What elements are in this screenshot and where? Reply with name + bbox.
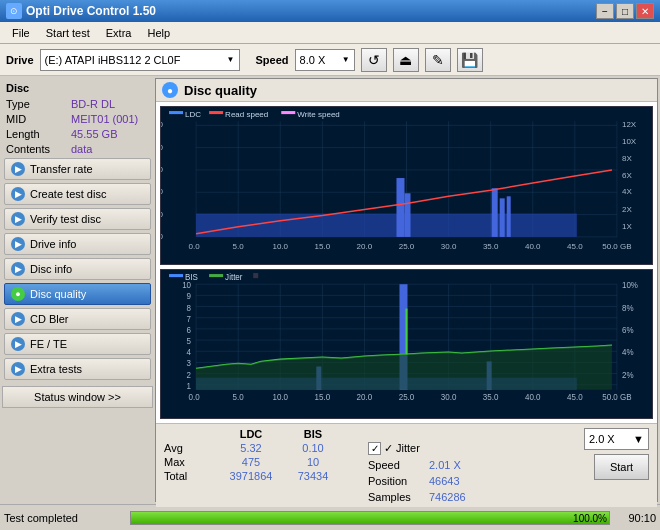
status-window-button[interactable]: Status window >> xyxy=(2,386,153,408)
bis-x-5: 5.0 xyxy=(233,393,245,402)
save-button[interactable]: 💾 xyxy=(457,48,483,72)
speed-stat-val: 2.01 X xyxy=(429,459,461,471)
y-left-5: 5 xyxy=(187,337,192,346)
transfer-rate-icon: ▶ xyxy=(11,162,25,176)
disc-length-key: Length xyxy=(6,128,71,140)
bis-x-10: 10.0 xyxy=(272,393,288,402)
samples-val: 746286 xyxy=(429,491,466,503)
stats-table: LDC BIS Avg 5.32 0.10 Max 475 10 Total 3… xyxy=(164,428,338,482)
position-row: Position 46643 xyxy=(368,475,466,487)
samples-label: Samples xyxy=(368,491,423,503)
disc-length-val: 45.55 GB xyxy=(71,128,117,140)
extra-tests-icon: ▶ xyxy=(11,362,25,376)
total-ldc: 3971864 xyxy=(226,470,276,482)
content-header-title: Disc quality xyxy=(184,83,257,98)
ldc-header: LDC xyxy=(226,428,276,440)
y-right-4pct: 4% xyxy=(622,349,634,358)
total-bis: 73434 xyxy=(288,470,338,482)
y-right-label-4x: 4X xyxy=(622,187,632,196)
disc-quality-icon: ● xyxy=(11,287,25,301)
bis-x-35: 35.0 xyxy=(483,393,499,402)
disc-mid-key: MID xyxy=(6,113,71,125)
y-right-label-8x: 8X xyxy=(622,154,632,163)
bis-x-50: 50.0 GB xyxy=(602,393,631,402)
sidebar-item-drive-info[interactable]: ▶ Drive info xyxy=(4,233,151,255)
transfer-rate-label: Transfer rate xyxy=(30,163,93,175)
content-header: ● Disc quality xyxy=(156,79,657,102)
ldc-chart: LDC Read speed Write speed 12X 10X 8X 6X… xyxy=(160,106,653,265)
drive-select-value: (E:) ATAPI iHBS112 2 CL0F xyxy=(45,54,181,66)
svg-rect-29 xyxy=(209,274,223,277)
menu-start-test[interactable]: Start test xyxy=(38,25,98,41)
svg-rect-23 xyxy=(404,193,410,237)
max-ldc: 475 xyxy=(226,456,276,468)
x-label-45: 45.0 xyxy=(567,242,583,251)
app-icon: ⊙ xyxy=(6,3,22,19)
speed-row: Speed 2.01 X xyxy=(368,459,466,471)
sidebar-item-extra-tests[interactable]: ▶ Extra tests xyxy=(4,358,151,380)
y-right-8pct: 8% xyxy=(622,304,634,313)
sidebar-item-cd-bler[interactable]: ▶ CD Bler xyxy=(4,308,151,330)
y-right-label-2x: 2X xyxy=(622,204,632,213)
create-test-disc-icon: ▶ xyxy=(11,187,25,201)
ldc-chart-svg: LDC Read speed Write speed 12X 10X 8X 6X… xyxy=(161,107,652,264)
content-area: ● Disc quality LDC Read speed Write spee… xyxy=(155,78,658,502)
menu-help[interactable]: Help xyxy=(139,25,178,41)
speed-label: Speed xyxy=(256,54,289,66)
y-left-1: 1 xyxy=(187,382,192,391)
drive-select-arrow: ▼ xyxy=(227,55,235,64)
sidebar-item-fe-te[interactable]: ▶ FE / TE xyxy=(4,333,151,355)
jitter-checkbox-row[interactable]: ✓ ✓ Jitter xyxy=(368,442,466,455)
bottom-speed-select[interactable]: 2.0 X ▼ xyxy=(584,428,649,450)
drive-select[interactable]: (E:) ATAPI iHBS112 2 CL0F ▼ xyxy=(40,49,240,71)
charts-area: LDC Read speed Write speed 12X 10X 8X 6X… xyxy=(156,102,657,423)
y-left-4: 4 xyxy=(187,349,192,358)
disc-type-val: BD-R DL xyxy=(71,98,115,110)
close-button[interactable]: ✕ xyxy=(636,3,654,19)
window-controls: − □ ✕ xyxy=(596,3,654,19)
jitter-checkbox[interactable]: ✓ xyxy=(368,442,381,455)
sidebar-item-verify-test-disc[interactable]: ▶ Verify test disc xyxy=(4,208,151,230)
sidebar-item-disc-quality[interactable]: ● Disc quality xyxy=(4,283,151,305)
start-button[interactable]: Start xyxy=(594,454,649,480)
verify-test-disc-label: Verify test disc xyxy=(30,213,101,225)
disc-info-label: Disc info xyxy=(30,263,72,275)
menu-file[interactable]: File xyxy=(4,25,38,41)
bis-chart-svg: BIS Jitter 10% 8% 6% 4% 2% 10 9 8 7 xyxy=(161,270,652,417)
disc-mid-val: MEIT01 (001) xyxy=(71,113,138,125)
drive-info-icon: ▶ xyxy=(11,237,25,251)
sidebar-item-transfer-rate[interactable]: ▶ Transfer rate xyxy=(4,158,151,180)
write-speed-legend-text: Write speed xyxy=(297,110,340,119)
sidebar-item-disc-info[interactable]: ▶ Disc info xyxy=(4,258,151,280)
disc-quality-label: Disc quality xyxy=(30,288,86,300)
avg-row: Avg 5.32 0.10 xyxy=(164,442,338,454)
maximize-button[interactable]: □ xyxy=(616,3,634,19)
avg-bis: 0.10 xyxy=(288,442,338,454)
fe-te-label: FE / TE xyxy=(30,338,67,350)
title-bar: ⊙ Opti Drive Control 1.50 − □ ✕ xyxy=(0,0,660,22)
fe-te-icon: ▶ xyxy=(11,337,25,351)
minimize-button[interactable]: − xyxy=(596,3,614,19)
avg-ldc: 5.32 xyxy=(226,442,276,454)
x-label-25: 25.0 xyxy=(399,242,415,251)
eject-button[interactable]: ⏏ xyxy=(393,48,419,72)
edit-button[interactable]: ✎ xyxy=(425,48,451,72)
bis-x-45: 45.0 xyxy=(567,393,583,402)
speed-stats: Speed 2.01 X Position 46643 Samples 7462… xyxy=(368,459,466,503)
x-label-20: 20.0 xyxy=(357,242,373,251)
menu-extra[interactable]: Extra xyxy=(98,25,140,41)
refresh-button[interactable]: ↺ xyxy=(361,48,387,72)
speed-select[interactable]: 8.0 X ▼ xyxy=(295,49,355,71)
progress-text: 100.0% xyxy=(573,512,607,526)
bottom-speed-value: 2.0 X xyxy=(589,433,615,445)
y-left-9: 9 xyxy=(187,293,192,302)
svg-rect-26 xyxy=(507,196,511,237)
verify-test-disc-icon: ▶ xyxy=(11,212,25,226)
sidebar-item-create-test-disc[interactable]: ▶ Create test disc xyxy=(4,183,151,205)
speed-stat-label: Speed xyxy=(368,459,423,471)
disc-type-row: Type BD-R DL xyxy=(2,97,153,111)
stats-header-row: LDC BIS xyxy=(164,428,338,440)
read-speed-legend-text: Read speed xyxy=(225,110,268,119)
disc-contents-key: Contents xyxy=(6,143,71,155)
total-row: Total 3971864 73434 xyxy=(164,470,338,482)
